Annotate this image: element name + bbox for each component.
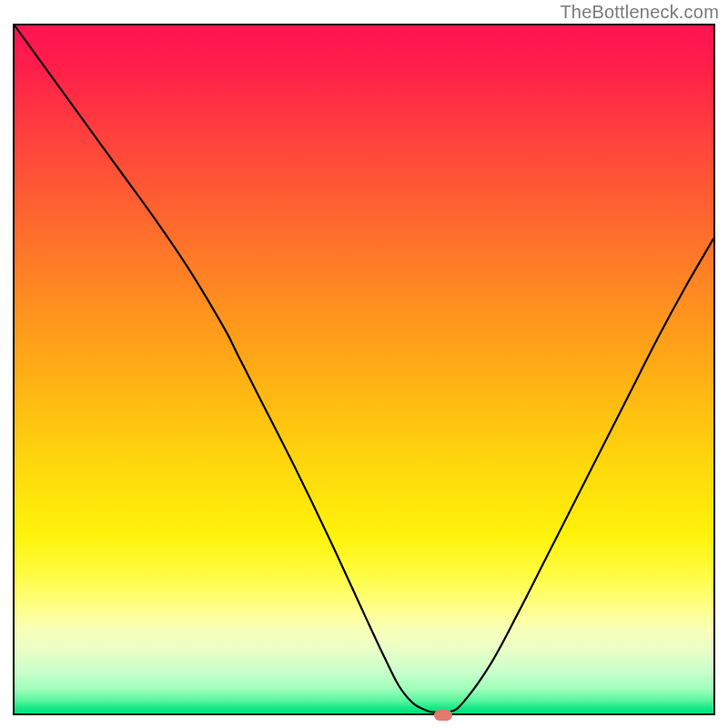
curve-svg [15, 25, 713, 713]
bottleneck-curve [15, 25, 713, 713]
optimum-marker [434, 710, 452, 721]
watermark-text: TheBottleneck.com [560, 2, 719, 23]
chart-container: TheBottleneck.com [0, 0, 728, 728]
plot-area [13, 24, 715, 715]
